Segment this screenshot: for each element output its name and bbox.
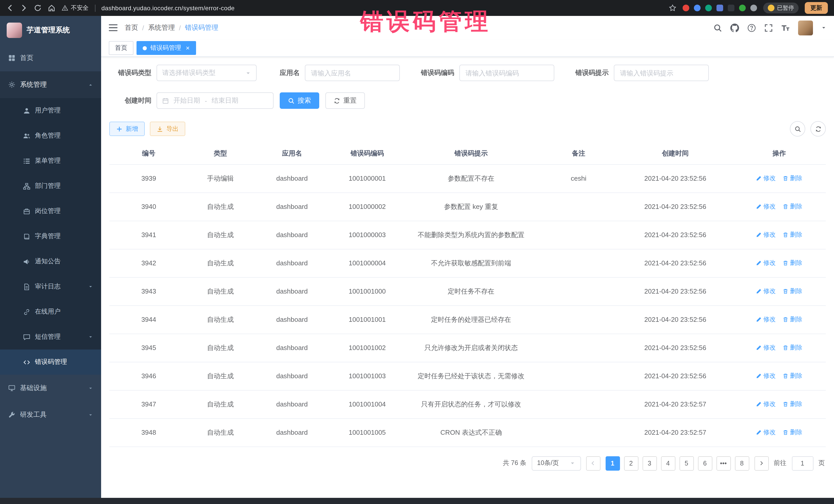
collapse-sidebar-icon[interactable] xyxy=(109,24,117,31)
tab-close-icon[interactable]: × xyxy=(186,45,190,51)
delete-link[interactable]: 删除 xyxy=(783,343,802,352)
sidebar-item-dept[interactable]: 部门管理 xyxy=(0,174,101,199)
next-page-button[interactable] xyxy=(754,456,769,470)
page-button-5[interactable]: 5 xyxy=(679,456,694,470)
breadcrumb: 首页/系统管理/错误码管理 xyxy=(125,23,218,32)
security-indicator[interactable]: 不安全 xyxy=(62,4,89,12)
sidebar-item-menu[interactable]: 菜单管理 xyxy=(0,148,101,174)
page-button-2[interactable]: 2 xyxy=(624,456,638,470)
home-icon[interactable] xyxy=(48,4,56,12)
error-type-select[interactable]: 请选择错误码类型 xyxy=(156,65,257,81)
page-button-3[interactable]: 3 xyxy=(642,456,657,470)
page-button-8[interactable]: 8 xyxy=(735,456,749,470)
delete-link[interactable]: 删除 xyxy=(783,174,802,183)
edit-link[interactable]: 修改 xyxy=(756,174,775,183)
prev-page-button[interactable] xyxy=(586,456,600,470)
sync-paused-badge[interactable]: 已暂停 xyxy=(763,3,798,13)
fullscreen-icon[interactable] xyxy=(764,23,773,32)
create-time-range[interactable]: 开始日期 - 结束日期 xyxy=(156,92,273,109)
more-pages-button[interactable]: ••• xyxy=(716,456,730,470)
delete-link[interactable]: 删除 xyxy=(783,202,802,211)
edit-link[interactable]: 修改 xyxy=(756,400,775,409)
url-text[interactable]: dashboard.yudao.iocoder.cn/system/error-… xyxy=(101,4,235,12)
bookmark-star-icon[interactable] xyxy=(669,4,676,12)
page-size-select[interactable]: 10条/页 xyxy=(531,456,581,470)
delete-label: 删除 xyxy=(790,343,802,352)
export-button[interactable]: 导出 xyxy=(150,122,185,136)
add-button[interactable]: 新增 xyxy=(109,122,145,136)
sidebar-item-role[interactable]: 角色管理 xyxy=(0,123,101,148)
forward-icon[interactable] xyxy=(20,4,28,12)
sidebar-item-post[interactable]: 岗位管理 xyxy=(0,199,101,224)
refresh-table-button[interactable] xyxy=(810,121,826,136)
tab-home[interactable]: 首页 xyxy=(109,41,133,55)
edit-link[interactable]: 修改 xyxy=(756,343,775,352)
delete-link[interactable]: 删除 xyxy=(783,259,802,267)
app-logo: 芋道管理系统 xyxy=(0,16,101,45)
breadcrumb-item-2[interactable]: 错误码管理 xyxy=(185,23,218,32)
chrome-update-button[interactable]: 更新 xyxy=(805,2,828,14)
error-code-input[interactable] xyxy=(459,65,554,81)
extension-icon-blue[interactable] xyxy=(694,5,701,11)
edit-link[interactable]: 修改 xyxy=(756,287,775,295)
sidebar-item-notice[interactable]: 通知公告 xyxy=(0,249,101,274)
edit-link[interactable]: 修改 xyxy=(756,315,775,324)
sidebar-item-home[interactable]: 首页 xyxy=(0,45,101,71)
extension-icon-grid[interactable] xyxy=(717,5,723,11)
delete-link[interactable]: 删除 xyxy=(783,372,802,380)
delete-link[interactable]: 删除 xyxy=(783,287,802,295)
sidebar-item-dev-tools[interactable]: 研发工具 xyxy=(0,401,101,428)
help-icon[interactable] xyxy=(747,23,756,32)
edit-link[interactable]: 修改 xyxy=(756,231,775,239)
github-icon[interactable] xyxy=(730,23,739,32)
sidebar-item-sms[interactable]: 短信管理 xyxy=(0,324,101,350)
search-button[interactable]: 搜索 xyxy=(280,92,319,109)
header-actions xyxy=(714,20,826,35)
page-button-1[interactable]: 1 xyxy=(605,456,620,470)
back-icon[interactable] xyxy=(6,4,14,12)
app-name-input[interactable] xyxy=(305,65,400,81)
page-button-6[interactable]: 6 xyxy=(698,456,712,470)
cell-app: dashboard xyxy=(253,390,331,418)
extension-icon-red[interactable] xyxy=(683,5,689,11)
wrench-icon xyxy=(8,411,15,418)
reload-icon[interactable] xyxy=(34,4,42,12)
goto-page-input[interactable] xyxy=(792,456,813,470)
sidebar-item-infra[interactable]: 基础设施 xyxy=(0,375,101,401)
cell-actions: 修改删除 xyxy=(733,305,826,334)
toggle-search-button[interactable] xyxy=(790,121,805,136)
sidebar-item-system[interactable]: 系统管理 xyxy=(0,71,101,98)
extension-icon-dark[interactable] xyxy=(728,5,734,11)
cell-id: 3939 xyxy=(109,164,188,193)
reset-button[interactable]: 重置 xyxy=(325,92,365,109)
sidebar-item-audit-log[interactable]: 审计日志 xyxy=(0,274,101,299)
delete-link[interactable]: 删除 xyxy=(783,400,802,409)
extension-icon-puzzle[interactable] xyxy=(750,5,757,11)
delete-link[interactable]: 删除 xyxy=(783,231,802,239)
breadcrumb-item-1[interactable]: 系统管理 xyxy=(148,23,175,32)
sidebar-item-online-user[interactable]: 在线用户 xyxy=(0,299,101,324)
cell-id: 3942 xyxy=(109,249,188,277)
edit-link[interactable]: 修改 xyxy=(756,428,775,437)
delete-link[interactable]: 删除 xyxy=(783,315,802,324)
sidebar-item-dict[interactable]: 字典管理 xyxy=(0,224,101,249)
sidebar-item-error-code[interactable]: 错误码管理 xyxy=(0,350,101,375)
page-button-4[interactable]: 4 xyxy=(661,456,675,470)
breadcrumb-item-0[interactable]: 首页 xyxy=(125,23,138,32)
sidebar-item-user[interactable]: 用户管理 xyxy=(0,98,101,123)
search-button-label: 搜索 xyxy=(298,96,311,105)
font-size-icon[interactable] xyxy=(781,23,790,32)
header-search-icon[interactable] xyxy=(714,23,722,32)
filter-label-time: 创建时间 xyxy=(109,96,156,105)
extension-icon-teal[interactable] xyxy=(705,5,712,11)
avatar-caret-icon[interactable] xyxy=(821,25,826,30)
sidebar-item-label: 通知公告 xyxy=(35,257,93,266)
user-avatar[interactable] xyxy=(798,20,813,35)
edit-link[interactable]: 修改 xyxy=(756,372,775,380)
edit-link[interactable]: 修改 xyxy=(756,259,775,267)
tab-error-code[interactable]: 错误码管理× xyxy=(136,41,196,55)
error-hint-input[interactable] xyxy=(614,65,709,81)
extension-icon-green[interactable] xyxy=(739,5,746,11)
delete-link[interactable]: 删除 xyxy=(783,428,802,437)
edit-link[interactable]: 修改 xyxy=(756,202,775,211)
